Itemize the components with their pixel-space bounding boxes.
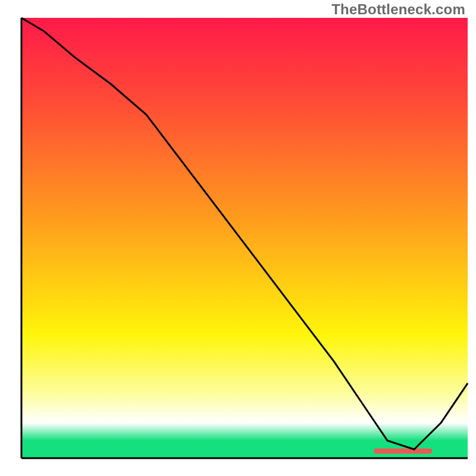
optimal-range-bar	[374, 449, 433, 454]
bottleneck-chart	[0, 0, 476, 476]
plot-background	[21, 18, 468, 458]
